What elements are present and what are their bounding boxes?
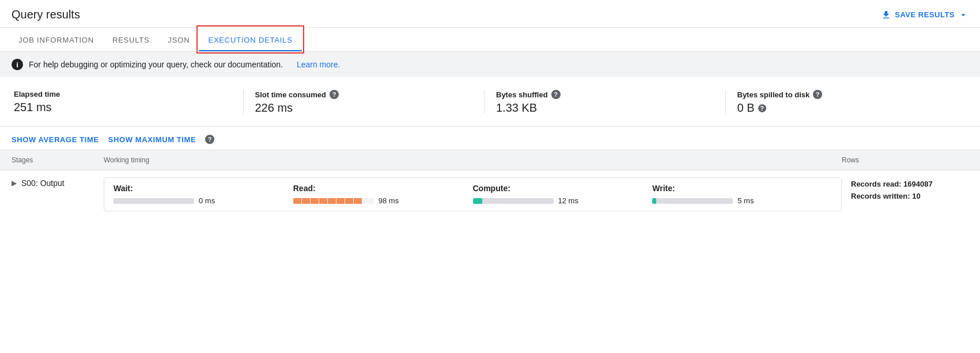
write-bar-container: 5 ms [652,196,832,205]
save-results-label: SAVE RESULTS [895,10,955,19]
bytes-spilled-value-help-icon[interactable]: ? [758,104,766,112]
stat-elapsed-value: 251 ms [14,101,232,114]
col-stages: Stages [12,153,104,168]
wait-bar-container: 0 ms [113,196,293,205]
info-bar: i For help debugging or optimizing your … [0,52,980,77]
records-read: Records read: 1694087 [851,179,968,191]
table-row: ▶ S00: Output Wait: 0 ms Read: [0,170,980,218]
read-bar-container: 98 ms [293,196,473,205]
compute-value: 12 ms [558,196,578,205]
bytes-spilled-help-icon[interactable]: ? [813,90,822,99]
stats-row: Elapsed time 251 ms Slot time consumed ?… [0,77,980,127]
stat-slot-label: Slot time consumed ? [255,90,473,99]
timing-wait: Wait: 0 ms [113,184,293,205]
dropdown-arrow-icon [958,10,968,20]
page-title: Query results [12,8,80,21]
tab-execution-details[interactable]: EXECUTION DETAILS [199,28,301,51]
stat-bytes-shuffled: Bytes shuffled ? 1.33 KB [496,90,726,115]
learn-more-link[interactable]: Learn more. [297,60,340,69]
download-icon [881,10,891,20]
tab-results[interactable]: RESULTS [103,28,159,51]
timing-read: Read: 98 ms [293,184,473,205]
slot-time-help-icon[interactable]: ? [330,90,339,99]
write-value: 5 ms [737,196,754,205]
tab-job-information[interactable]: JOB INFORMATION [9,28,103,51]
timing-help-icon[interactable]: ? [205,135,214,144]
table-header: Stages Working timing Rows [0,150,980,170]
read-value: 98 ms [379,196,399,205]
stat-bytes-spilled: Bytes spilled to disk ? 0 B ? [737,90,967,115]
tab-json[interactable]: JSON [159,28,199,51]
stage-name: ▶ S00: Output [12,177,104,188]
timing-write: Write: 5 ms [652,184,832,205]
tab-bar: JOB INFORMATION RESULTS JSON EXECUTION D… [0,28,980,52]
write-bar-track [652,198,733,204]
info-icon: i [12,59,23,70]
bytes-shuffled-help-icon[interactable]: ? [551,90,561,99]
stat-slot-time: Slot time consumed ? 226 ms [255,90,485,115]
col-rows: Rows [842,153,968,168]
timing-compute: Compute: 12 ms [473,184,653,205]
wait-value: 0 ms [199,196,215,205]
stat-elapsed-time: Elapsed time 251 ms [14,90,244,115]
timing-cells: Wait: 0 ms Read: [104,177,842,211]
rows-column: Records read: 1694087 Records written: 1… [842,177,968,203]
stat-bytes-spilled-value: 0 B ? [737,101,955,115]
stat-elapsed-label: Elapsed time [14,90,232,98]
col-timing: Working timing [104,153,842,168]
read-bar-fill [293,198,362,204]
stat-bytes-shuffled-value: 1.33 KB [496,101,714,115]
read-bar-track [293,198,374,204]
compute-bar-fill [473,198,483,204]
page-header: Query results SAVE RESULTS [0,0,980,28]
records-written: Records written: 10 [851,191,968,203]
save-results-button[interactable]: SAVE RESULTS [881,10,968,20]
chevron-right-icon[interactable]: ▶ [12,179,17,187]
stat-slot-value: 226 ms [255,101,473,115]
show-maximum-time-button[interactable]: SHOW MAXIMUM TIME [108,135,196,144]
info-text: For help debugging or optimizing your qu… [29,60,283,69]
timing-controls: SHOW AVERAGE TIME SHOW MAXIMUM TIME ? [0,127,980,150]
write-bar-fill [652,198,656,204]
compute-bar-container: 12 ms [473,196,653,205]
wait-bar-track [113,198,194,204]
stat-bytes-shuffled-label: Bytes shuffled ? [496,90,714,99]
compute-bar-track [473,198,554,204]
stat-bytes-spilled-label: Bytes spilled to disk ? [737,90,955,99]
show-average-time-button[interactable]: SHOW AVERAGE TIME [12,135,99,144]
